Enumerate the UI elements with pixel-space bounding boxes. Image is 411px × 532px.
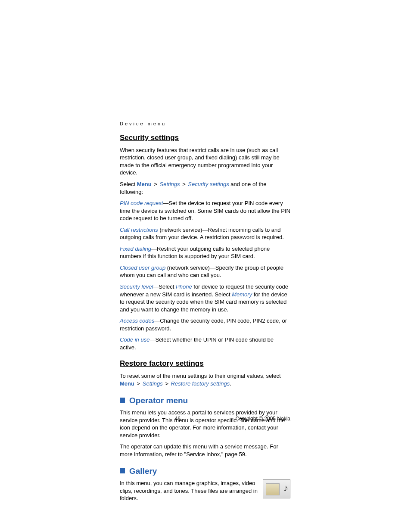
separator: > — [163, 380, 171, 387]
text: Select — [120, 181, 137, 187]
term: Security level — [120, 283, 153, 290]
item-fixed-dialing: Fixed dialing—Restrict your outgoing cal… — [120, 245, 290, 260]
gallery-p1: In this menu, you can manage graphics, i… — [120, 479, 258, 502]
phone-option: Phone — [176, 283, 192, 290]
security-intro: When security features that restrict cal… — [120, 146, 290, 177]
heading-security-settings: Security settings — [120, 133, 290, 143]
settings-link[interactable]: Settings — [143, 380, 163, 387]
page-number: 46 — [175, 415, 181, 422]
heading-operator-menu: Operator menu — [120, 395, 290, 406]
heading-gallery: Gallery — [120, 466, 290, 477]
square-bullet-icon — [120, 398, 125, 403]
separator: > — [180, 181, 188, 187]
settings-link[interactable]: Settings — [160, 181, 180, 187]
heading-text: Gallery — [129, 467, 157, 476]
term: Fixed dialing — [120, 246, 151, 252]
security-select-line: Select Menu > Settings > Security settin… — [120, 180, 290, 196]
term: Closed user group — [120, 264, 165, 271]
term: Access codes — [120, 317, 154, 324]
operator-p2: The operator can update this menu with a… — [120, 443, 290, 458]
heading-text: Operator menu — [129, 396, 188, 405]
text: To reset some of the menu settings to th… — [120, 373, 281, 379]
menu-label: Menu — [120, 380, 134, 387]
copyright-text: Copyright © 2005 Nokia — [235, 415, 290, 422]
gallery-row: In this menu, you can manage graphics, i… — [120, 479, 290, 506]
restore-text: To reset some of the menu settings to th… — [120, 372, 290, 387]
term: Code in use — [120, 336, 149, 343]
page-footer: 46 Copyright © 2005 Nokia — [120, 415, 290, 422]
heading-restore-factory: Restore factory settings — [120, 359, 290, 369]
term: PIN code request — [120, 200, 163, 206]
text: —Select — [153, 283, 176, 290]
item-security-level: Security level—Select Phone for device t… — [120, 283, 290, 313]
term: Call restrictions — [120, 227, 158, 233]
breadcrumb: Device menu — [120, 121, 290, 127]
restore-factory-link[interactable]: Restore factory settings — [171, 380, 230, 387]
text: . — [230, 380, 231, 387]
security-settings-link[interactable]: Security settings — [188, 181, 229, 187]
item-pin-code-request: PIN code request—Set the device to reque… — [120, 199, 290, 222]
item-call-restrictions: Call restrictions (network service)—Rest… — [120, 226, 290, 241]
document-page: Device menu Security settings When secur… — [0, 0, 411, 532]
operator-p1: This menu lets you access a portal to se… — [120, 409, 290, 439]
square-bullet-icon — [120, 468, 125, 473]
item-closed-user-group: Closed user group (network service)—Spec… — [120, 264, 290, 279]
memory-option: Memory — [232, 291, 252, 298]
item-code-in-use: Code in use—Select whether the UPIN or P… — [120, 336, 290, 351]
gallery-icon — [263, 479, 290, 498]
separator: > — [152, 181, 160, 187]
separator: > — [134, 380, 143, 387]
menu-label: Menu — [137, 181, 152, 187]
item-access-codes: Access codes—Change the security code, P… — [120, 317, 290, 332]
